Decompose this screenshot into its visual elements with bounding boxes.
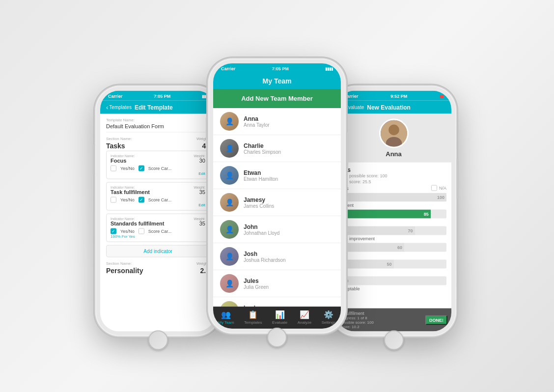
- next-section-weight: 2...: [196, 267, 210, 275]
- settings-icon: ⚙️: [324, 310, 333, 319]
- member-fullname-jamesy: James Collins: [244, 203, 334, 209]
- ind2-weight: 35: [199, 189, 205, 195]
- ind3-yesno-label: Yes/No: [120, 229, 135, 234]
- left-carrier: Carrier: [108, 94, 123, 99]
- na-label: N/A: [439, 186, 446, 191]
- ind1-name-label: Indicator Name:: [111, 154, 135, 158]
- tab-analyze[interactable]: 📈 Analyze: [298, 310, 311, 325]
- eval-content: sks tion possible score: 100 tion score:…: [336, 163, 451, 308]
- score-label-poor: 60: [397, 245, 402, 250]
- na-check[interactable]: [431, 185, 437, 191]
- left-back-label[interactable]: Templates: [109, 105, 132, 110]
- avatar-jamesy: 👤: [220, 193, 239, 212]
- score-name-d: d: [341, 270, 446, 275]
- list-item[interactable]: 👤 Jules Julia Green: [213, 270, 341, 297]
- ind3-scorecard-checkbox[interactable]: [138, 228, 144, 234]
- score-bar-unacceptable: 0 cceptable: [341, 277, 446, 291]
- ind2-weight-label: Weight:: [194, 186, 205, 189]
- list-item[interactable]: 👤 Layla Layla Ellis: [213, 297, 341, 307]
- list-item[interactable]: 👤 John Johnathan Lloyd: [213, 216, 341, 243]
- score-name-needs: eds improvement: [341, 236, 446, 241]
- left-home-button[interactable]: [148, 331, 168, 350]
- tab-evaluate[interactable]: 📊 Evaluate: [272, 310, 287, 325]
- score-bar-good[interactable]: 85 od: [341, 210, 446, 224]
- ind1-yesno-checkbox[interactable]: [111, 166, 116, 171]
- avatar-josh: 👤: [220, 247, 239, 266]
- tab-analyze-label: Analyze: [298, 320, 311, 325]
- right-time: 9:52 PM: [390, 94, 407, 99]
- member-fullname-etwan: Etwan Hamilton: [244, 176, 334, 182]
- ind2-edit-link[interactable]: Edit: [111, 203, 205, 207]
- left-back-arrow[interactable]: ‹: [106, 104, 108, 111]
- ind3-weight-label: Weight:: [194, 217, 205, 221]
- done-button[interactable]: DONE!: [425, 315, 447, 325]
- list-item[interactable]: 👤 Charlie Charles Simpson: [213, 135, 341, 162]
- eval-section-title: sks: [341, 167, 446, 173]
- right-home-button[interactable]: [384, 331, 404, 350]
- member-info-jamesy: Jamesy James Collins: [244, 196, 334, 209]
- list-item[interactable]: 👤 Etwan Etwan Hamilton: [213, 162, 341, 189]
- score-label-good: 85: [424, 212, 429, 217]
- member-fullname-anna: Anna Taylor: [244, 122, 334, 128]
- left-time: 7:05 PM: [154, 94, 170, 99]
- right-header: ‹ Evaluate New Evaluation: [336, 101, 451, 114]
- tab-my-team[interactable]: 👥 My Team: [218, 310, 234, 325]
- add-indicator-button[interactable]: Add indicator: [106, 245, 210, 257]
- list-item[interactable]: 👤 Jamesy James Collins: [213, 189, 341, 216]
- ind1-edit-link[interactable]: Edit: [111, 171, 205, 176]
- member-fullname-john: Johnathan Lloyd: [244, 230, 334, 236]
- na-checkbox[interactable]: N/A: [431, 185, 446, 191]
- left-status-bar: Carrier 7:05 PM ▮▮▮: [100, 91, 216, 101]
- template-name-label: Template Name:: [106, 118, 210, 122]
- member-name-anna: Anna: [244, 115, 334, 122]
- ind3-percent-label: 100% For Yes: [111, 234, 205, 239]
- possible-score: possible score: 100: [340, 320, 374, 325]
- ind2-yesno-label: Yes/No: [120, 197, 135, 202]
- ind1-scorecard-checkbox[interactable]: ✓: [138, 166, 144, 171]
- score-bar-excellent: 100 cellent: [341, 193, 446, 208]
- member-info-jules: Jules Julia Green: [244, 278, 334, 290]
- add-member-button[interactable]: Add New Team Member: [213, 89, 341, 108]
- center-carrier: Carrier: [221, 66, 236, 71]
- tab-templates[interactable]: 📋 Templates: [244, 310, 262, 325]
- ind2-scorecard-checkbox[interactable]: ✓: [138, 197, 144, 203]
- list-item[interactable]: 👤 Anna Anna Taylor: [213, 108, 341, 135]
- avatar-charlie: 👤: [220, 139, 239, 158]
- avatar-anna: 👤: [220, 112, 239, 131]
- progress-block: sk fullfilment progress: 1 of 8 possible…: [336, 308, 451, 332]
- score-name-poor: or: [341, 253, 446, 258]
- list-item[interactable]: 👤 Josh Joshua Richardson: [213, 243, 341, 270]
- indicator-3: Indicator Name: Weight: Standards fullfi…: [106, 214, 210, 242]
- progress-info: progress: 1 of 8: [340, 316, 374, 320]
- member-name-john: John: [244, 224, 334, 230]
- right-back-label[interactable]: Evaluate: [345, 105, 364, 110]
- tab-settings[interactable]: ⚙️ Settings: [322, 310, 336, 325]
- next-section-name-label: Section Name:: [106, 261, 143, 266]
- center-phone: Carrier 7:05 PM ▮▮▮▮ My Team Add New Tea…: [208, 58, 346, 334]
- avatar-jules: 👤: [220, 274, 239, 293]
- section-name-value: Tasks: [106, 142, 132, 150]
- eval-score: tion score: 25.5: [341, 179, 446, 184]
- score-name-good: od: [341, 220, 446, 224]
- my-team-icon: 👥: [221, 310, 231, 319]
- member-fullname-josh: Joshua Richardson: [244, 257, 334, 263]
- ind2-yesno-checkbox[interactable]: [111, 197, 116, 203]
- template-name-value: Default Evaluation Form: [106, 123, 210, 133]
- right-phone: Carrier 9:52 PM ▮▮ ‹ Evaluate New Evalua…: [331, 86, 456, 336]
- next-section-name: Personality: [106, 267, 143, 275]
- ind2-name-label: Indicator Name:: [111, 186, 135, 189]
- member-name-charlie: Charlie: [244, 142, 334, 149]
- ind3-yesno-checkbox[interactable]: ✓: [111, 228, 116, 234]
- member-info-josh: Josh Joshua Richardson: [244, 251, 334, 263]
- ind1-yesno-label: Yes/No: [120, 166, 135, 171]
- eval-avatar: [379, 119, 409, 148]
- ind2-name: Task fullfilment: [111, 189, 150, 195]
- right-phone-screen: Carrier 9:52 PM ▮▮ ‹ Evaluate New Evalua…: [336, 91, 451, 332]
- right-status-bar: Carrier 9:52 PM ▮▮: [336, 91, 451, 101]
- member-name-jules: Jules: [244, 278, 334, 284]
- ind2-scorecard-label: Score Car...: [148, 197, 172, 202]
- center-home-button[interactable]: [267, 328, 287, 347]
- section-name-label: Section Name:: [106, 137, 132, 141]
- right-carrier: Carrier: [344, 94, 359, 99]
- left-battery: ▮▮▮: [202, 94, 208, 98]
